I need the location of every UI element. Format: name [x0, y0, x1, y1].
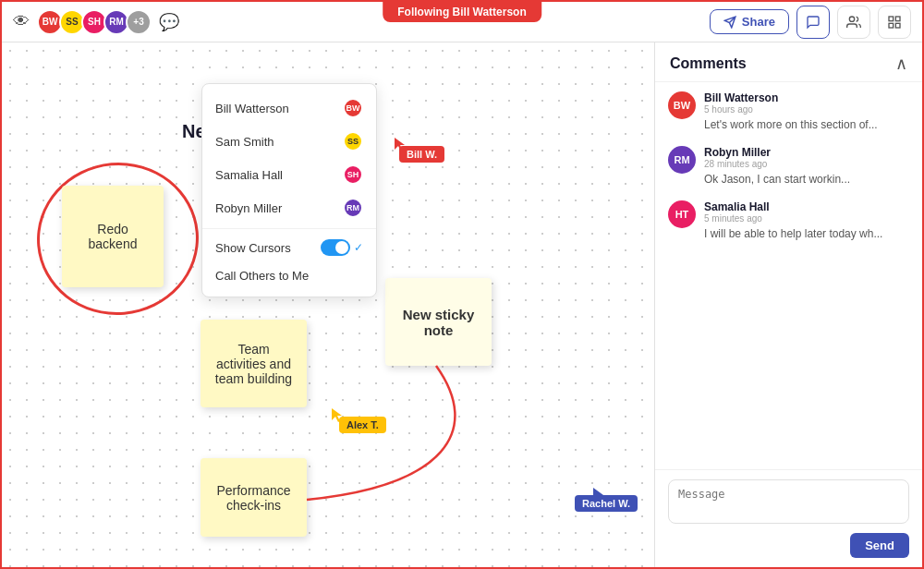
comments-title: Comments	[670, 55, 747, 72]
comment-avatar-sh: HT	[668, 200, 696, 228]
comment-input-area: Send	[655, 469, 922, 567]
comment-item-rm: RM Robyn Miller 28 minutes ago Ok Jason,…	[668, 146, 909, 188]
canvas[interactable]: 💬 New Ideas! Redo backend Product brand …	[2, 42, 654, 567]
share-button[interactable]: Share	[710, 9, 789, 34]
comments-icon-button[interactable]	[796, 6, 830, 39]
sticky-note-performance[interactable]: Performance check-ins	[201, 458, 307, 537]
comment-avatar-bw: BW	[668, 91, 696, 119]
comment-body-bw: Bill Watterson 5 hours ago Let's work mo…	[704, 91, 909, 133]
comment-time-rm: 28 minutes ago	[704, 159, 909, 169]
svg-rect-2	[895, 17, 900, 21]
comment-time-sh: 5 minutes ago	[704, 213, 909, 224]
svg-point-0	[849, 17, 854, 21]
sticky-note-new[interactable]: New sticky note	[385, 278, 492, 366]
following-badge: Following Bill Watterson	[383, 2, 541, 22]
comment-text-sh: I will be able to help later today wh...	[704, 226, 909, 242]
top-left-area: 👁 BW SS SH RM +3 💬	[13, 9, 179, 35]
toggle-thumb	[335, 241, 348, 254]
eye-icon[interactable]: 👁	[13, 12, 30, 31]
dropdown-item-bw[interactable]: Bill Watterson BW	[202, 91, 376, 125]
users-dropdown: Bill Watterson BW Sam Smith SS Samalia H…	[201, 83, 377, 297]
right-panel: Comments ∧ BW Bill Watterson 5 hours ago…	[654, 42, 922, 567]
comment-name-sh: Samalia Hall	[704, 200, 909, 213]
comment-time-bw: 5 hours ago	[704, 104, 909, 115]
svg-rect-4	[895, 23, 900, 28]
sticky-note-redo[interactable]: Redo backend	[62, 186, 164, 287]
comments-list: BW Bill Watterson 5 hours ago Let's work…	[655, 82, 922, 469]
comment-text-bw: Let's work more on this section of...	[704, 117, 909, 133]
dropdown-item-rm[interactable]: Robyn Miller RM	[202, 191, 376, 224]
dropdown-avatar-bw: BW	[343, 98, 363, 118]
chat-bubble-icon[interactable]: 💬	[159, 12, 179, 32]
svg-rect-3	[889, 23, 894, 28]
dropdown-item-ss[interactable]: Sam Smith SS	[202, 125, 376, 158]
sticky-note-team[interactable]: Team activities and team building	[201, 320, 307, 407]
comment-body-sh: Samalia Hall 5 minutes ago I will be abl…	[704, 200, 909, 242]
avatar-group: BW SS SH RM +3	[37, 9, 152, 35]
comment-name-bw: Bill Watterson	[704, 91, 909, 104]
dropdown-avatar-rm: RM	[343, 198, 363, 218]
avatar-more[interactable]: +3	[126, 9, 152, 35]
grid-icon-button[interactable]	[878, 6, 911, 39]
comment-name-rm: Robyn Miller	[704, 146, 909, 159]
comment-item-bw: BW Bill Watterson 5 hours ago Let's work…	[668, 91, 909, 133]
dropdown-avatar-ss: SS	[343, 131, 363, 151]
top-right-area: Share	[710, 6, 911, 39]
cursors-toggle[interactable]: ✓	[321, 239, 363, 256]
svg-rect-1	[889, 17, 894, 21]
comments-header: Comments ∧	[655, 42, 922, 82]
dropdown-item-sh[interactable]: Samalia Hall SH	[202, 158, 376, 191]
cursor-label-rachel: Rachel W.	[575, 495, 638, 512]
comment-input[interactable]	[668, 479, 909, 524]
send-button[interactable]: Send	[850, 533, 909, 558]
dropdown-call-others[interactable]: Call Others to Me	[202, 262, 376, 289]
toggle-checkmark: ✓	[354, 241, 363, 254]
cursor-label-bill: Bill W.	[399, 146, 444, 163]
dropdown-show-cursors[interactable]: Show Cursors ✓	[202, 233, 376, 262]
dropdown-divider	[202, 228, 376, 229]
collapse-comments-icon[interactable]: ∧	[895, 54, 907, 74]
top-bar: 👁 BW SS SH RM +3 💬 Following Bill Watter…	[2, 2, 922, 42]
cursor-label-alex: Alex T.	[339, 417, 386, 433]
comment-text-rm: Ok Jason, I can start workin...	[704, 172, 909, 188]
dropdown-avatar-sh: SH	[343, 164, 363, 185]
comment-body-rm: Robyn Miller 28 minutes ago Ok Jason, I …	[704, 146, 909, 188]
toggle-track[interactable]	[321, 239, 350, 256]
comment-item-sh: HT Samalia Hall 5 minutes ago I will be …	[668, 200, 909, 242]
users-icon-button[interactable]	[837, 6, 870, 39]
comment-avatar-rm: RM	[668, 146, 696, 174]
